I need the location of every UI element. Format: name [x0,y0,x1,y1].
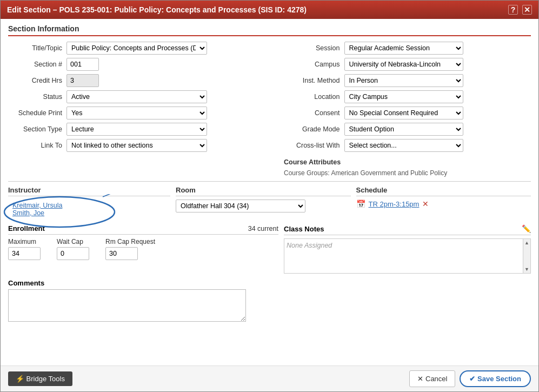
maximum-input[interactable] [8,247,41,260]
room-select[interactable]: Oldfather Hall 304 (34) [176,200,305,212]
inst-method-row: Inst. Method In Person [275,74,531,87]
class-notes-box: None Assigned ▲ ▼ [284,238,531,274]
instructor-smith[interactable]: Smith, Joe [12,209,62,217]
footer: ⚡ Bridge Tools ✕ Cancel ✔ Save Section [1,366,538,391]
location-label: Location [275,93,340,101]
consent-label: Consent [275,109,340,117]
section-num-row: Section # 001 [8,58,264,71]
inst-method-select[interactable]: In Person [344,74,463,87]
comments-header: Comments [8,279,531,287]
course-groups-label: Course Groups: [284,169,330,177]
link-to-label: Link To [8,142,62,149]
status-select[interactable]: Active Inactive [66,90,207,103]
credit-hrs-label: Credit Hrs [8,77,62,84]
rm-cap-input[interactable] [105,247,138,260]
section-info-header: Section Information [8,24,531,36]
section-type-label: Section Type [8,125,62,133]
enrollment-fields: Maximum Wait Cap Rm Cap Request [8,238,278,260]
location-row: Location City Campus [275,90,531,103]
schedule-col: Schedule 📅 TR 2pm-3:15pm ✕ [356,186,531,219]
schedule-entry: 📅 TR 2pm-3:15pm ✕ [356,200,531,208]
calendar-icon: 📅 [356,200,365,208]
title-bar: Edit Section – POLS 235-001: Public Poli… [1,1,538,19]
class-notes-edit-icon[interactable]: ✏️ [522,224,531,233]
wait-cap-label: Wait Cap [57,238,89,245]
link-to-row: Link To Not linked to other sections [8,139,264,152]
form-grid: Title/Topic Public Policy: Concepts and … [8,42,531,155]
enrollment-section: Enrollment 34 current Maximum Wait Cap R… [8,224,278,274]
title-topic-row: Title/Topic Public Policy: Concepts and … [8,42,264,55]
crosslist-row: Cross-list With Select section... [275,139,531,152]
form-right-col: Session Regular Academic Session Campus … [275,42,531,155]
crosslist-select[interactable]: Select section... [344,139,463,152]
class-notes-section: Class Notes ✏️ None Assigned ▲ ▼ [284,224,531,274]
instructor-kreitmair[interactable]: Kreitmair, Ursula [12,202,62,209]
instructor-header: Instructor [8,186,170,196]
room-header: Room [176,186,351,196]
grade-mode-label: Grade Mode [275,125,340,133]
schedule-time[interactable]: TR 2pm-3:15pm [369,200,420,208]
comments-section: Comments [8,279,531,323]
section-type-row: Section Type Lecture Lab [8,123,264,136]
class-notes-label: Class Notes [284,225,324,233]
schedule-print-select[interactable]: Yes No [66,107,207,119]
maximum-label: Maximum [8,238,41,245]
scrollbar[interactable]: ▲ ▼ [523,239,530,273]
grade-mode-select[interactable]: Student Option [344,123,463,136]
dialog-title: Edit Section – POLS 235-001: Public Poli… [7,5,307,14]
link-to-select[interactable]: Not linked to other sections [66,139,207,152]
course-attributes: Course Attributes Course Groups: America… [8,158,531,177]
cancel-button[interactable]: ✕ Cancel [409,370,455,387]
credit-hrs-input [66,74,99,87]
location-select[interactable]: City Campus [344,90,463,103]
title-topic-select[interactable]: Public Policy: Concepts and Processes (D [66,42,207,55]
save-button[interactable]: ✔ Save Section [460,370,531,387]
instructor-list: Kreitmair, Ursula Smith, Joe [8,200,66,219]
course-groups: Course Groups: American Government and P… [284,169,531,177]
section-type-select[interactable]: Lecture Lab [66,123,207,136]
wait-cap-input[interactable] [57,247,89,260]
session-select[interactable]: Regular Academic Session [344,42,463,55]
schedule-delete-icon[interactable]: ✕ [422,200,429,208]
consent-row: Consent No Special Consent Required [275,107,531,119]
credit-hrs-row: Credit Hrs [8,74,264,87]
comments-textarea[interactable] [8,289,246,322]
dialog-content: Section Information Title/Topic Public P… [1,19,538,366]
session-label: Session [275,44,340,52]
class-notes-value: None Assigned [287,242,332,249]
instructor-oval-container: Kreitmair, Ursula Smith, Joe [8,200,66,219]
crosslist-label: Cross-list With [275,142,340,149]
bridge-tools-button[interactable]: ⚡ Bridge Tools [8,371,72,386]
class-notes-content: None Assigned [284,239,523,273]
course-groups-value: American Government and Public Policy [331,169,447,177]
inst-method-label: Inst. Method [275,77,340,84]
schedule-header: Schedule [356,186,531,196]
help-icon[interactable]: ? [508,5,518,15]
schedule-print-label: Schedule Print [8,109,62,117]
title-bar-icons: ? ✕ [508,5,532,15]
campus-row: Campus University of Nebraska-Lincoln [275,58,531,71]
enrollment-notes-grid: Enrollment 34 current Maximum Wait Cap R… [8,224,531,274]
status-label: Status [8,93,62,101]
course-attributes-header: Course Attributes [284,158,531,166]
campus-select[interactable]: University of Nebraska-Lincoln [344,58,463,71]
section-num-label: Section # [8,61,62,68]
instructor-col: Instructor Kreitmair, Ursula Smith, Joe [8,186,170,219]
campus-label: Campus [275,61,340,68]
grade-mode-row: Grade Mode Student Option [275,123,531,136]
section-num-input[interactable]: 001 [66,58,99,71]
status-row: Status Active Inactive [8,90,264,103]
session-row: Session Regular Academic Session [275,42,531,55]
maximum-field: Maximum [8,238,41,260]
edit-section-dialog: Edit Section – POLS 235-001: Public Poli… [0,0,539,392]
title-topic-label: Title/Topic [8,44,62,52]
form-left-col: Title/Topic Public Policy: Concepts and … [8,42,264,155]
room-col: Room Oldfather Hall 304 (34) [176,186,351,219]
enrollment-current: 34 current [248,225,278,232]
schedule-print-row: Schedule Print Yes No [8,107,264,119]
footer-right: ✕ Cancel ✔ Save Section [409,370,531,387]
enrollment-header: Enrollment 34 current [8,224,278,235]
class-notes-header: Class Notes ✏️ [284,224,531,235]
close-icon[interactable]: ✕ [522,5,532,15]
consent-select[interactable]: No Special Consent Required [344,107,463,119]
